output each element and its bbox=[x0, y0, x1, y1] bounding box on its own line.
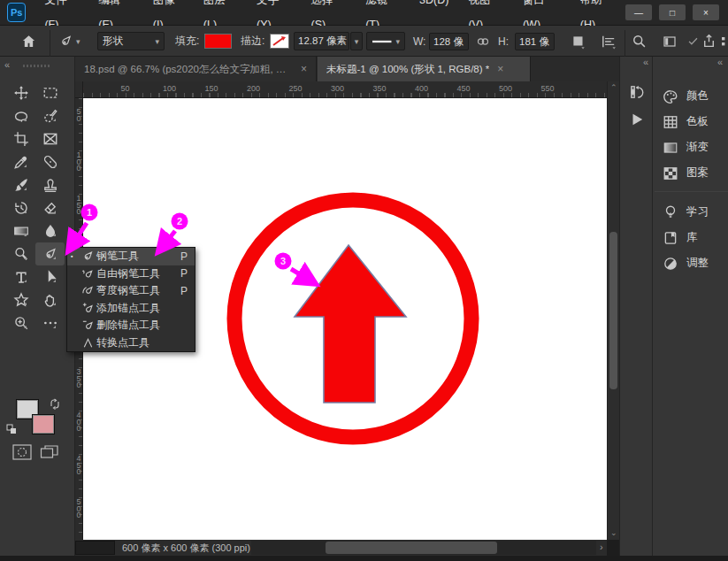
vertical-scroll-thumb[interactable] bbox=[609, 232, 617, 389]
tool-eraser[interactable] bbox=[35, 196, 65, 219]
gradient-icon bbox=[13, 223, 29, 239]
fill-color-swatch[interactable] bbox=[204, 34, 232, 49]
convert-point-icon bbox=[79, 336, 96, 350]
tool-history-brush[interactable] bbox=[6, 196, 35, 219]
default-colors-icon[interactable] bbox=[6, 424, 17, 434]
libraries-icon bbox=[663, 230, 678, 246]
collapse-wide-dock-icon[interactable]: « bbox=[717, 57, 723, 81]
shape-width-field[interactable]: 128 像 bbox=[429, 33, 469, 50]
search-icon[interactable] bbox=[632, 26, 647, 57]
pen-menu-item-2[interactable]: 自由钢笔工具P bbox=[67, 265, 195, 283]
scroll-down-icon[interactable]: ⌄ bbox=[610, 528, 617, 537]
pen-menu-item-label: 自由钢笔工具 bbox=[96, 266, 160, 281]
panel-history-icon[interactable] bbox=[626, 81, 648, 103]
path-operations-icon[interactable] bbox=[571, 26, 586, 57]
path-alignment-icon[interactable] bbox=[601, 26, 617, 57]
ruler-origin-corner[interactable] bbox=[75, 81, 83, 98]
horizontal-scroll-thumb[interactable] bbox=[326, 542, 497, 554]
tool-gradient[interactable] bbox=[6, 219, 35, 242]
pen-menu-item-6[interactable]: 转换点工具 bbox=[67, 334, 195, 352]
tab-close-icon[interactable]: × bbox=[497, 63, 503, 75]
tool-type[interactable] bbox=[6, 265, 35, 288]
swap-colors-icon[interactable] bbox=[49, 398, 61, 410]
stroke-swatch[interactable] bbox=[270, 34, 289, 49]
collapse-tools-icon[interactable]: « bbox=[4, 59, 10, 70]
maximize-button[interactable]: □ bbox=[659, 4, 686, 20]
tool-preset-caret-icon[interactable]: ▾ bbox=[76, 26, 80, 57]
pen-curvature-icon bbox=[79, 284, 96, 297]
close-button[interactable]: × bbox=[693, 4, 719, 20]
tool-hand[interactable] bbox=[35, 288, 65, 311]
tool-quick-selection[interactable] bbox=[35, 104, 65, 127]
panel-tab-gradients[interactable]: 渐变 bbox=[655, 134, 728, 160]
adjustments-icon bbox=[663, 256, 678, 272]
background-color-swatch[interactable] bbox=[32, 414, 55, 434]
screen-mode-icon[interactable] bbox=[40, 444, 59, 460]
tool-dodge[interactable] bbox=[6, 242, 35, 265]
panel-tab-learn[interactable]: 学习 bbox=[655, 199, 728, 225]
panel-tab-color[interactable]: 颜色 bbox=[655, 83, 728, 109]
panel-tab-patterns[interactable]: 图案 bbox=[655, 160, 728, 186]
type-icon bbox=[13, 269, 29, 285]
panel-tab-label: 渐变 bbox=[686, 140, 709, 155]
share-icon[interactable] bbox=[701, 26, 717, 57]
tool-move[interactable] bbox=[6, 81, 35, 104]
panel-actions-icon[interactable] bbox=[626, 109, 648, 130]
hscroll-right-icon[interactable]: › bbox=[600, 542, 603, 552]
tab-document-2-active[interactable]: 未标题-1 @ 100% (形状 1, RGB/8) *× bbox=[318, 57, 531, 81]
active-tool-icon[interactable] bbox=[58, 26, 73, 57]
stroke-width-field[interactable]: 12.87 像素 bbox=[294, 32, 349, 50]
rectangular-marquee-icon bbox=[42, 85, 58, 101]
tab-document-1[interactable]: 18.psd @ 66.7% (ps2020怎么给文字加粗, RGB/8)× bbox=[75, 57, 317, 81]
height-label: H: bbox=[498, 26, 509, 57]
tool-crop[interactable] bbox=[6, 127, 35, 150]
pen-menu-item-5[interactable]: 删除锚点工具 bbox=[67, 317, 195, 334]
tool-blur[interactable] bbox=[35, 219, 65, 242]
tab-close-icon[interactable]: × bbox=[301, 63, 307, 75]
more-options-icon[interactable] bbox=[721, 26, 726, 57]
scroll-up-icon[interactable]: ⌃ bbox=[610, 83, 617, 92]
pen-menu-item-4[interactable]: 添加锚点工具 bbox=[67, 300, 195, 318]
tool-mode-select[interactable]: 形状▾ bbox=[97, 32, 165, 50]
ruler-tick-label: 450 bbox=[457, 84, 471, 93]
pen-menu-item-1[interactable]: ▪钢笔工具P bbox=[67, 248, 195, 265]
tool-custom-shape[interactable] bbox=[6, 288, 35, 311]
tool-pen[interactable] bbox=[35, 242, 65, 265]
photoshop-window: Ps 文件(F)编辑(E)图像(I)图层(L)文字(Y)选择(S)滤镜(T)3D… bbox=[0, 0, 728, 561]
panel-tab-adjustments[interactable]: 调整 bbox=[655, 250, 728, 276]
tool-clone-stamp[interactable] bbox=[35, 173, 65, 196]
horizontal-scrollbar[interactable] bbox=[251, 541, 596, 555]
stroke-type-select[interactable]: ▾ bbox=[366, 32, 405, 50]
tool-lasso[interactable] bbox=[6, 104, 35, 127]
ruler-tick-label: 4 5 0 bbox=[75, 456, 82, 476]
window-bottom-edge bbox=[0, 556, 728, 561]
tool-more-tools[interactable] bbox=[35, 311, 65, 334]
minimize-button[interactable]: — bbox=[625, 4, 652, 20]
home-icon[interactable] bbox=[21, 26, 36, 57]
pen-menu-item-3[interactable]: 弯度钢笔工具P bbox=[67, 282, 195, 300]
vertical-scrollbar[interactable]: ⌃ ⌄ bbox=[607, 81, 619, 540]
tool-frame[interactable] bbox=[35, 127, 65, 150]
tool-eyedropper[interactable] bbox=[6, 150, 35, 173]
tool-rectangular-marquee[interactable] bbox=[35, 81, 65, 104]
tool-brush[interactable] bbox=[6, 173, 35, 196]
panel-drag-handle[interactable] bbox=[23, 65, 51, 67]
checkmark-icon[interactable] bbox=[687, 26, 699, 57]
width-label: W: bbox=[413, 26, 425, 57]
stroke-width-caret-icon[interactable]: ▾ bbox=[350, 32, 363, 50]
tool-spot-healing[interactable] bbox=[35, 150, 65, 173]
panel-tab-label: 库 bbox=[686, 230, 698, 245]
lasso-icon bbox=[13, 108, 29, 124]
ruler-tick-label: 3 5 0 bbox=[75, 369, 82, 389]
tool-path-selection[interactable] bbox=[35, 265, 65, 288]
link-dimensions-icon[interactable] bbox=[476, 26, 490, 57]
panel-tab-swatches[interactable]: 色板 bbox=[655, 109, 728, 134]
workspace-icon[interactable] bbox=[662, 26, 678, 57]
quick-mask-icon[interactable] bbox=[12, 444, 32, 460]
fill-label: 填充: bbox=[175, 26, 199, 57]
zoom-percent-field[interactable] bbox=[75, 541, 115, 555]
panel-tab-libraries[interactable]: 库 bbox=[655, 225, 728, 250]
shape-height-field[interactable]: 181 像 bbox=[515, 33, 555, 50]
patterns-icon bbox=[663, 165, 678, 181]
tool-zoom[interactable] bbox=[6, 311, 35, 334]
